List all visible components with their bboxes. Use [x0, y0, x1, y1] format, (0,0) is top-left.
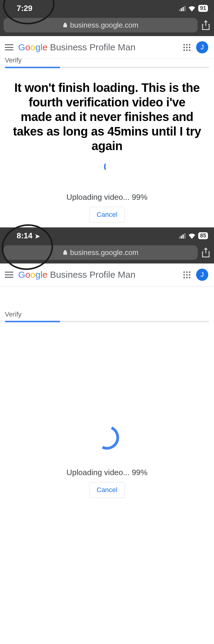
- url-text: business.google.com: [70, 248, 138, 257]
- verify-tab[interactable]: Verify: [0, 286, 214, 318]
- app-header: Google Business Profile Man J: [0, 36, 214, 59]
- wifi-icon: [188, 233, 196, 239]
- loading-spinner: [0, 322, 214, 459]
- avatar-initial: J: [201, 43, 204, 51]
- app-header: Google Business Profile Man J: [0, 263, 214, 286]
- upload-status-text: Uploading video... 99%: [0, 459, 214, 482]
- app-title: Google Business Profile Man: [18, 42, 179, 52]
- verify-tab[interactable]: Verify: [0, 56, 214, 64]
- battery-level: 85: [198, 232, 208, 239]
- status-bar: 8:14➤ 85: [0, 227, 214, 243]
- status-bar: 7:29 91: [0, 0, 214, 15]
- browser-toolbar: business.google.com: [0, 243, 214, 263]
- share-icon[interactable]: [201, 247, 210, 258]
- url-bar[interactable]: business.google.com: [4, 245, 198, 260]
- lock-icon: [63, 22, 68, 28]
- google-apps-icon[interactable]: [183, 271, 190, 278]
- user-complaint-annotation: It won't finish loading. This is the fou…: [0, 68, 214, 156]
- battery-level: 91: [198, 5, 208, 12]
- hamburger-menu-icon[interactable]: [5, 44, 13, 50]
- google-apps-icon[interactable]: [183, 44, 190, 51]
- app-title-rest: Business Profile Man: [48, 270, 135, 280]
- browser-toolbar: business.google.com: [0, 15, 214, 36]
- status-time: 7:29: [17, 4, 32, 13]
- user-avatar[interactable]: J: [195, 40, 209, 54]
- avatar-initial: J: [201, 271, 204, 279]
- cancel-button[interactable]: Cancel: [89, 482, 125, 498]
- status-time: 8:14➤: [17, 231, 40, 240]
- url-text: business.google.com: [70, 21, 138, 29]
- cellular-signal-icon: [179, 6, 186, 11]
- location-arrow-icon: ➤: [35, 233, 40, 240]
- status-right: 91: [179, 5, 208, 12]
- share-icon[interactable]: [201, 20, 210, 30]
- upload-status-text: Uploading video... 99%: [0, 177, 214, 207]
- loading-spinner: [0, 156, 214, 177]
- status-right: 85: [179, 232, 208, 239]
- app-title-rest: Business Profile Man: [48, 42, 135, 52]
- lock-icon: [63, 250, 68, 255]
- wifi-icon: [188, 5, 196, 12]
- user-avatar[interactable]: J: [195, 268, 209, 282]
- hamburger-menu-icon[interactable]: [5, 272, 13, 278]
- cancel-button[interactable]: Cancel: [89, 207, 125, 223]
- url-bar[interactable]: business.google.com: [4, 18, 198, 32]
- app-title: Google Business Profile Man: [18, 270, 179, 280]
- cellular-signal-icon: [179, 233, 186, 239]
